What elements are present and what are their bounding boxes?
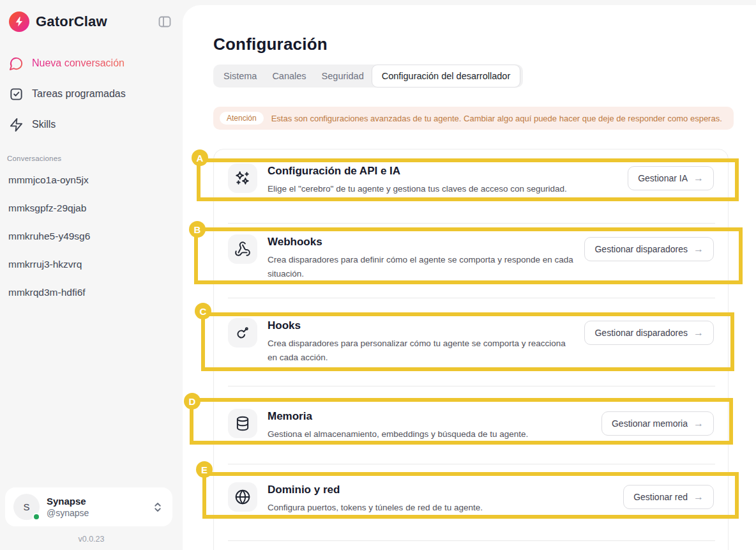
button-label: Gestionar disparadores <box>594 244 688 254</box>
sidebar-header: GatorClaw <box>0 0 183 32</box>
arrow-right-icon: → <box>693 173 704 183</box>
arrow-right-icon: → <box>693 418 704 429</box>
sidebar-item-label: Nueva conversación <box>32 57 125 69</box>
app-title: GatorClaw <box>36 13 157 30</box>
conversations-list: mmmjco1a-oyn5jx mmksgpfz-29qjab mmkruhe5… <box>0 166 183 307</box>
divider <box>228 386 715 386</box>
setting-text: Memoria Gestiona el almacenamiento, embe… <box>268 409 591 441</box>
user-handle: @synapse <box>47 508 152 518</box>
user-menu[interactable]: S Synapse @synapse <box>5 487 172 526</box>
lightning-logo-icon <box>13 16 25 27</box>
manage-ai-button[interactable]: Gestionar IA → <box>628 166 714 190</box>
sidebar-footer: S Synapse @synapse v0.0.23 <box>0 487 183 544</box>
app-logo <box>9 11 29 32</box>
sidebar-nav: Nueva conversación Tareas programadas Sk… <box>0 54 183 134</box>
main-panel: Configuración Sistema Canales Seguridad … <box>183 5 756 550</box>
divider <box>228 464 715 464</box>
arrow-right-icon: → <box>693 328 704 338</box>
setting-title: Webhooks <box>268 234 574 248</box>
manage-memory-button[interactable]: Gestionar memoria → <box>601 411 714 436</box>
button-label: Gestionar red <box>633 492 688 502</box>
setting-title: Configuración de API e IA <box>268 164 617 178</box>
sidebar-collapse-icon[interactable] <box>157 14 172 29</box>
settings-tabbar: Sistema Canales Seguridad Configuración … <box>213 65 523 88</box>
setting-row-dominio-red: Dominio y red Configura puertos, tokens … <box>228 482 714 515</box>
check-square-icon <box>9 87 24 102</box>
sidebar-item-label: Skills <box>32 119 56 130</box>
manage-hook-triggers-button[interactable]: Gestionar disparadores → <box>584 321 714 345</box>
webhook-icon <box>228 234 257 264</box>
setting-description: Elige el "cerebro" de tu agente y gestio… <box>268 182 574 196</box>
user-meta: Synapse @synapse <box>47 496 152 518</box>
setting-title: Memoria <box>268 409 591 423</box>
tab-sistema[interactable]: Sistema <box>216 71 264 81</box>
setting-row-memoria: Memoria Gestiona el almacenamiento, embe… <box>228 409 714 441</box>
tab-configuracion-desarrollador[interactable]: Configuración del desarrollador <box>372 65 521 88</box>
developer-settings-card: Configuración de API e IA Elige el "cere… <box>213 149 729 550</box>
tab-seguridad[interactable]: Seguridad <box>314 71 372 81</box>
zap-icon <box>9 118 24 132</box>
arrow-right-icon: → <box>693 492 704 502</box>
conversation-item[interactable]: mmmjco1a-oyn5jx <box>8 166 174 194</box>
conversation-item[interactable]: mmkrqd3m-hdfi6f <box>8 279 174 307</box>
conversations-section-label: Conversaciones <box>7 155 183 162</box>
setting-description: Gestiona el almacenamiento, embeddings y… <box>268 427 574 441</box>
sidebar-item-scheduled-tasks[interactable]: Tareas programadas <box>9 84 174 103</box>
sparkles-icon <box>228 164 257 193</box>
app-version: v0.0.23 <box>0 535 183 544</box>
page-title: Configuración <box>213 34 756 54</box>
hook-icon <box>228 318 257 348</box>
sidebar-item-skills[interactable]: Skills <box>9 115 174 134</box>
divider <box>228 540 715 541</box>
warning-badge: Atención <box>220 112 264 125</box>
avatar: S <box>13 494 40 520</box>
message-plus-icon <box>9 56 24 71</box>
sidebar-item-new-conversation[interactable]: Nueva conversación <box>9 54 174 73</box>
setting-title: Dominio y red <box>268 482 613 496</box>
globe-icon <box>228 482 257 512</box>
setting-row-api-ia: Configuración de API e IA Elige el "cere… <box>228 164 714 196</box>
setting-text: Hooks Crea disparadores para personaliza… <box>268 318 574 365</box>
database-icon <box>228 409 257 438</box>
online-status-dot <box>33 513 40 521</box>
arrow-right-icon: → <box>693 244 704 254</box>
setting-text: Configuración de API e IA Elige el "cere… <box>268 164 617 196</box>
warning-banner: Atención Estas son configuraciones avanz… <box>213 107 734 130</box>
setting-text: Dominio y red Configura puertos, tokens … <box>268 482 613 515</box>
divider <box>228 223 715 224</box>
setting-description: Crea disparadores para definir cómo el a… <box>268 253 574 281</box>
button-label: Gestionar disparadores <box>594 328 688 338</box>
conversation-item[interactable]: mmkruhe5-y49sg6 <box>8 222 174 250</box>
user-name: Synapse <box>47 496 152 507</box>
sidebar: GatorClaw Nueva conversación Tareas prog… <box>0 0 183 550</box>
setting-title: Hooks <box>268 318 574 332</box>
conversation-item[interactable]: mmkrruj3-hkzvrq <box>8 250 174 279</box>
button-label: Gestionar memoria <box>612 418 688 429</box>
tab-canales[interactable]: Canales <box>264 71 314 81</box>
manage-webhook-triggers-button[interactable]: Gestionar disparadores → <box>584 237 714 261</box>
setting-description: Configura puertos, tokens y túneles de r… <box>268 501 574 515</box>
chevron-up-down-icon <box>152 501 163 513</box>
button-label: Gestionar IA <box>638 173 688 183</box>
sidebar-item-label: Tareas programadas <box>32 88 126 100</box>
warning-message: Estas son configuraciones avanzadas de t… <box>271 114 722 123</box>
manage-network-button[interactable]: Gestionar red → <box>623 485 714 509</box>
setting-text: Webhooks Crea disparadores para definir … <box>268 234 574 281</box>
setting-row-webhooks: Webhooks Crea disparadores para definir … <box>228 234 714 281</box>
conversation-item[interactable]: mmksgpfz-29qjab <box>8 194 174 222</box>
avatar-initial: S <box>23 501 29 512</box>
setting-row-hooks: Hooks Crea disparadores para personaliza… <box>228 318 714 365</box>
divider <box>228 298 715 298</box>
setting-description: Crea disparadores para personalizar cómo… <box>268 337 574 365</box>
